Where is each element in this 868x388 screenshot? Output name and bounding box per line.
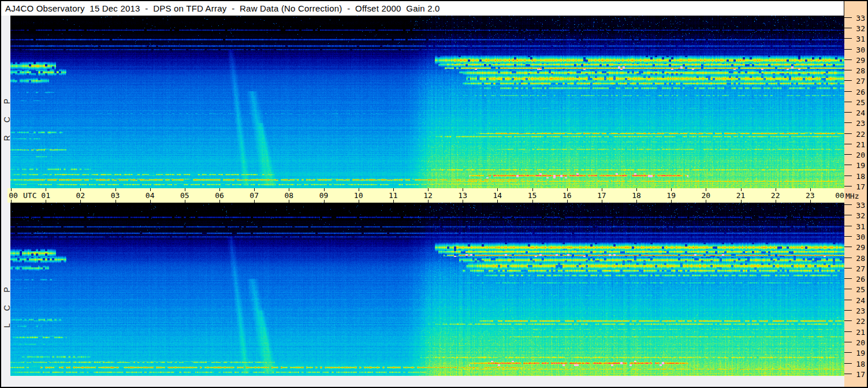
frequency-tick [844,165,852,165]
frequency-tick-label: 25 [852,98,865,106]
frequency-tick-label: 21 [852,327,865,336]
time-tick-label: 15 [528,191,537,200]
frequency-axis-unit-label: MHz [845,192,859,200]
frequency-tick [844,17,852,18]
frequency-tick-label: 24 [852,296,865,304]
time-tick-label: 02 [76,191,85,200]
page-title: AJ4CO Observatory 15 Dec 2013 - DPS on T… [1,3,440,13]
frequency-tick [844,331,852,332]
frequency-tick [844,144,852,144]
frequency-tick [844,204,852,205]
frequency-tick-label: 19 [852,349,865,357]
time-tick-label: 18 [632,191,641,200]
frequency-tick [844,176,852,176]
frequency-tick-label: 29 [852,55,865,64]
frequency-tick-label: 30 [852,45,865,54]
time-tick-label: 21 [736,191,746,200]
frequency-tick [844,258,852,258]
frequency-tick-label: 18 [852,359,865,368]
time-tick-label: 01 [41,191,50,200]
frequency-axis: MHz 333231302928272625242322212019181733… [844,1,867,387]
time-tick-label: 22 [771,191,780,200]
frequency-tick [844,122,852,123]
frequency-tick [844,226,852,226]
frequency-tick-label: 19 [852,161,865,170]
frequency-tick-label: 27 [852,77,865,85]
title-bar: AJ4CO Observatory 15 Dec 2013 - DPS on T… [1,1,844,16]
time-tick-label: 11 [389,191,398,200]
frequency-tick [844,268,852,268]
frequency-tick-label: 20 [852,151,865,159]
polarization-label-rcp: R C P [3,113,11,122]
time-tick-label: 14 [493,191,502,200]
frequency-tick [844,80,852,81]
frequency-tick-label: 27 [852,264,865,273]
time-tick-label: 00 [9,191,18,200]
frequency-tick-label: 32 [852,24,865,33]
frequency-tick-label: 33 [852,200,865,209]
frequency-tick [844,112,852,113]
frequency-tick [844,70,852,70]
time-tick-label: 13 [458,191,467,200]
frequency-tick-label: 33 [852,13,865,22]
frequency-tick-label: 26 [852,275,865,283]
frequency-tick-label: 22 [852,317,865,326]
frequency-tick [844,374,852,374]
frequency-tick [844,236,852,237]
frequency-tick [844,28,852,28]
frequency-tick-label: 17 [852,182,865,191]
frequency-tick [844,363,852,364]
time-tick-label: 06 [215,191,224,200]
frequency-tick [844,300,852,300]
time-tick-label: 16 [562,191,572,200]
frequency-tick-label: 32 [852,211,865,220]
time-tick-label: 04 [146,191,155,200]
frequency-tick-label: 28 [852,253,865,262]
time-tick-label: 20 [702,191,711,200]
frequency-tick-label: 29 [852,243,865,252]
frequency-tick-label: 25 [852,285,865,294]
frequency-tick [844,310,852,311]
time-tick-label: 12 [423,191,433,200]
frequency-tick-label: 21 [852,140,865,148]
frequency-tick-label: 20 [852,338,865,347]
frequency-tick [844,352,852,353]
frequency-tick [844,49,852,50]
polarization-label-lcp: L C P [3,300,11,309]
frequency-tick [844,320,852,321]
frequency-tick-label: 24 [852,109,865,117]
frequency-tick [844,278,852,279]
frequency-tick [844,186,852,186]
time-tick-label: 03 [111,191,120,200]
frequency-tick [844,247,852,247]
rcp-spectrogram-panel [10,16,844,188]
frequency-tick-label: 31 [852,222,865,230]
time-axis: UTC 000102030405060708091011121314151617… [8,188,844,203]
time-tick-label: 19 [666,191,676,200]
frequency-tick-label: 23 [852,307,865,315]
time-tick-label: 17 [597,191,606,200]
time-tick-label: 07 [249,191,259,200]
lcp-spectrogram-panel [10,203,844,376]
lcp-spectrogram-canvas [10,203,844,376]
time-axis-unit-label: UTC [23,191,36,200]
time-tick-label: 09 [319,191,329,200]
frequency-tick-label: 18 [852,171,865,180]
frequency-tick-label: 30 [852,232,865,241]
frequency-tick-label: 31 [852,35,865,43]
frequency-tick-label: 23 [852,119,865,128]
frequency-tick [844,342,852,342]
time-tick-label: 05 [180,191,189,200]
frequency-tick [844,102,852,102]
frequency-tick [844,215,852,215]
rcp-spectrogram-canvas [10,16,844,188]
time-tick-label: 00 [835,191,844,200]
frequency-tick [844,59,852,60]
frequency-tick [844,91,852,92]
bottom-margin [1,376,844,387]
spectrograph-window: AJ4CO Observatory 15 Dec 2013 - DPS on T… [0,0,868,388]
frequency-tick [844,133,852,134]
frequency-tick [844,38,852,39]
time-tick-label: 08 [285,191,294,200]
time-tick-label: 10 [354,191,363,200]
